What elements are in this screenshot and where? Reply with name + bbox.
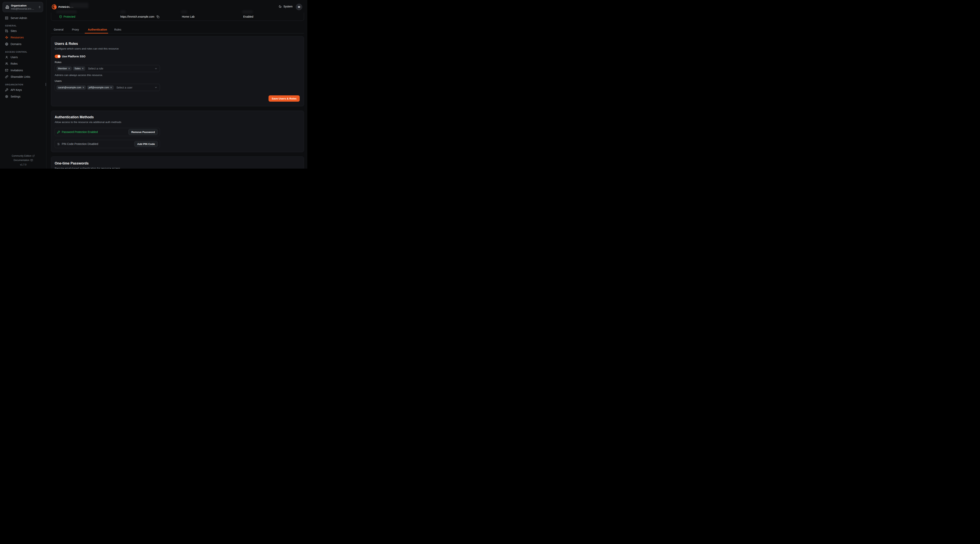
platform-sso-label: Use Platform SSO	[62, 55, 86, 58]
sidebar-item-label: Users	[11, 56, 18, 59]
card-title: Users & Roles	[55, 42, 78, 46]
sidebar-item-shareable-links[interactable]: Shareable Links	[3, 74, 44, 79]
sidebar-item-label: Server Admin	[11, 16, 27, 20]
pin-status-text: PIN Code Protection Disabled	[62, 142, 134, 146]
sidebar-item-resources[interactable]: Resources	[3, 35, 44, 40]
sidebar-item-invitations[interactable]: Invitations	[3, 68, 44, 73]
sidebar-item-sites[interactable]: Sites	[3, 29, 44, 33]
sidebar-item-label: Shareable Links	[11, 75, 30, 78]
sidebar-item-roles[interactable]: Roles	[3, 61, 44, 66]
resource-enabled: Enabled	[243, 13, 253, 21]
pangolin-logo-icon	[51, 4, 57, 10]
role-tag: Member ✕	[56, 67, 72, 71]
redacted-resource-title	[70, 3, 88, 8]
sidebar-scrollbar[interactable]	[46, 83, 46, 86]
users-select[interactable]: sarah@example.com ✕ jeff@example.com ✕ S…	[55, 84, 160, 91]
documentation-link[interactable]: Documentation	[0, 159, 46, 162]
sidebar-section-general: GENERAL	[5, 24, 17, 27]
tab-authentication[interactable]: Authentication	[88, 28, 107, 31]
building-icon	[5, 5, 9, 9]
org-title: Organization	[11, 4, 38, 7]
sidebar-item-domains[interactable]: Domains	[3, 41, 44, 47]
password-protection-row: Password Protection Enabled Remove Passw…	[55, 128, 160, 136]
sidebar-item-label: Resources	[11, 36, 24, 39]
user-icon	[5, 56, 8, 59]
copy-icon[interactable]	[156, 15, 159, 18]
sidebar-item-label: API Keys	[11, 88, 22, 92]
toggle-knob	[57, 55, 60, 58]
role-tag: Sales ✕	[73, 67, 85, 71]
user-tag: jeff@example.com ✕	[87, 86, 114, 90]
globe-icon	[5, 43, 8, 46]
sidebar-item-label: Sites	[11, 29, 17, 33]
platform-sso-toggle[interactable]	[55, 55, 61, 58]
remove-tag-icon[interactable]: ✕	[110, 86, 112, 89]
resource-site: Home Lab	[182, 13, 195, 21]
roles-select[interactable]: Member ✕ Sales ✕ Select a role	[55, 65, 160, 72]
shield-check-icon	[59, 15, 62, 18]
avatar[interactable]: M	[296, 4, 302, 10]
save-users-roles-button[interactable]: Save Users & Roles	[269, 95, 300, 102]
sidebar-item-users[interactable]: Users	[3, 55, 44, 60]
users-label: Users	[55, 79, 62, 82]
card-description: Configure which users and roles can visi…	[55, 47, 119, 50]
remove-tag-icon[interactable]: ✕	[82, 86, 84, 89]
otp-card: One-time Passwords Require email-based a…	[51, 157, 304, 169]
gear-icon	[5, 95, 8, 98]
sidebar-item-label: Roles	[11, 62, 18, 65]
active-tab-indicator	[85, 33, 108, 33]
binary-icon	[57, 143, 60, 146]
roles-placeholder: Select a role	[88, 67, 154, 70]
tab-rules[interactable]: Rules	[114, 28, 121, 31]
org-subtitle: milo@fossorial.io's ...	[11, 7, 38, 10]
auth-methods-card: Authentication Methods Allow access to t…	[51, 111, 304, 152]
sidebar-section-access-control: ACCESS CONTROL	[5, 51, 27, 53]
resource-url: https://immich.example.com	[120, 13, 159, 21]
admins-note: Admins can always access this resource.	[55, 74, 103, 76]
user-tag: sarah@example.com ✕	[56, 86, 86, 90]
org-switcher[interactable]: Organization milo@fossorial.io's ...	[3, 2, 43, 12]
sidebar-item-settings[interactable]: Settings	[3, 94, 44, 99]
theme-toggle[interactable]: System	[279, 5, 293, 8]
sidebar-item-label: Settings	[11, 95, 21, 98]
sidebar-item-label: Domains	[11, 43, 21, 46]
roles-label: Roles	[55, 61, 62, 63]
remove-tag-icon[interactable]: ✕	[68, 67, 70, 70]
community-edition-link[interactable]: Community Edition	[0, 154, 46, 157]
password-status-text: Password Protection Enabled	[62, 130, 128, 133]
card-title: One-time Passwords	[55, 161, 89, 165]
users-placeholder: Select a user	[116, 86, 154, 89]
tab-proxy[interactable]: Proxy	[72, 28, 79, 31]
server-icon	[5, 16, 8, 20]
card-description: Require email-based authentication for r…	[55, 167, 120, 169]
tab-general[interactable]: General	[54, 28, 64, 31]
users-roles-card: Users & Roles Configure which users and …	[51, 36, 304, 106]
theme-label: System	[283, 5, 293, 8]
waypoints-icon	[5, 36, 8, 39]
link-icon	[5, 75, 8, 78]
version-label: v1.7.0	[0, 163, 46, 166]
moon-icon	[279, 5, 282, 8]
remove-tag-icon[interactable]: ✕	[82, 67, 84, 70]
book-open-icon	[30, 159, 33, 162]
sidebar-item-server-admin[interactable]: Server Admin	[3, 16, 44, 21]
mail-check-icon	[5, 69, 8, 72]
card-description: Allow access to the resource via additio…	[55, 121, 121, 124]
chevron-down-icon	[154, 67, 158, 70]
remove-password-button[interactable]: Remove Password	[128, 129, 158, 135]
pangolin-app: Organization milo@fossorial.io's ... Ser…	[0, 0, 307, 169]
status-badge: Protected	[64, 15, 75, 18]
key-round-icon	[5, 88, 8, 92]
sidebar-item-api-keys[interactable]: API Keys	[3, 87, 44, 92]
resource-info-bar: Protected https://immich.example.com Hom…	[51, 13, 304, 21]
card-title: Authentication Methods	[55, 115, 94, 119]
sidebar-section-organization: ORGANIZATION	[5, 83, 23, 86]
sidebar-item-label: Invitations	[11, 69, 23, 72]
users-icon	[5, 62, 8, 65]
add-pin-code-button[interactable]: Add PIN Code	[134, 141, 158, 147]
chevron-down-icon	[154, 86, 158, 89]
key-round-icon	[57, 131, 60, 133]
resource-status: Protected	[59, 13, 75, 21]
pin-code-row: PIN Code Protection Disabled Add PIN Cod…	[55, 140, 160, 148]
chevrons-up-down-icon	[38, 6, 41, 8]
